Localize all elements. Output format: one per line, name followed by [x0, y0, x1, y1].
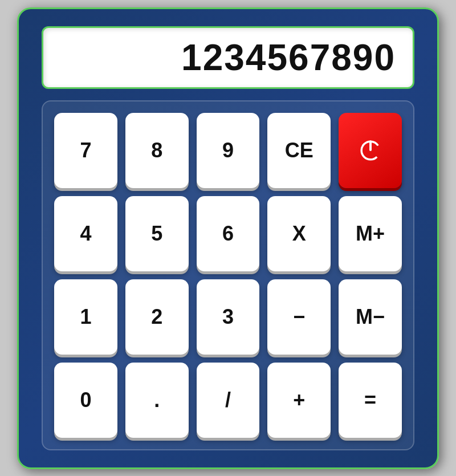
button-row: 123−M−: [54, 279, 402, 355]
btn-3[interactable]: 3: [197, 279, 260, 355]
btn-5[interactable]: 5: [125, 196, 189, 271]
btn-divide[interactable]: /: [197, 363, 260, 438]
btn-minus[interactable]: −: [267, 279, 331, 355]
display-area: 1234567890: [42, 26, 414, 89]
btn-m-minus[interactable]: M−: [339, 279, 402, 355]
button-row: 0./+=: [54, 363, 402, 438]
calculator: 1234567890 789CE 456XM+123−M−0./+=: [17, 7, 439, 469]
btn-power[interactable]: [339, 113, 402, 188]
btn-decimal[interactable]: .: [125, 363, 189, 438]
btn-1[interactable]: 1: [54, 279, 117, 355]
btn-4[interactable]: 4: [54, 196, 117, 271]
button-row: 456XM+: [54, 196, 402, 271]
power-icon: [358, 138, 383, 163]
btn-9[interactable]: 9: [197, 113, 260, 188]
button-row: 789CE: [54, 113, 402, 188]
btn-equals[interactable]: =: [339, 363, 402, 438]
btn-plus[interactable]: +: [267, 363, 331, 438]
btn-m-plus[interactable]: M+: [339, 196, 402, 271]
btn-multiply[interactable]: X: [267, 196, 331, 271]
btn-8[interactable]: 8: [125, 113, 189, 188]
btn-2[interactable]: 2: [125, 279, 189, 355]
btn-0[interactable]: 0: [54, 363, 117, 438]
keypad-area: 789CE 456XM+123−M−0./+=: [42, 100, 414, 450]
btn-6[interactable]: 6: [197, 196, 260, 271]
btn-ce[interactable]: CE: [267, 113, 331, 188]
btn-7[interactable]: 7: [54, 113, 117, 188]
display-value: 1234567890: [181, 36, 396, 79]
